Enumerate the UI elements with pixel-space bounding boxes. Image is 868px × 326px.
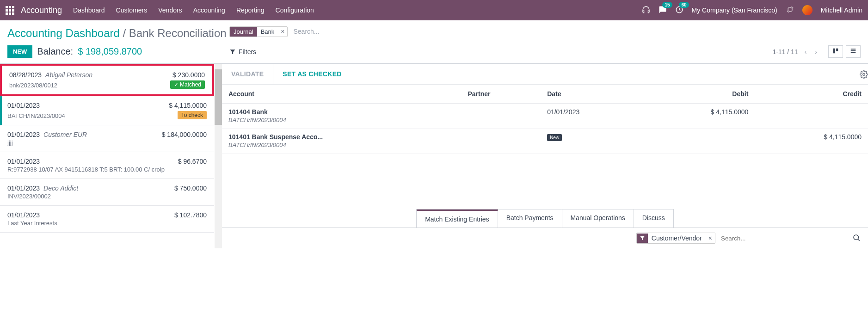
validate-button[interactable]: VALIDATE <box>222 64 273 84</box>
tab-manual-operations[interactable]: Manual Operations <box>562 209 634 228</box>
list-view-icon[interactable] <box>846 45 861 58</box>
funnel-icon <box>637 234 648 243</box>
messages-icon[interactable]: 15 <box>659 6 667 15</box>
reconcile-tabs: Match Existing Entries Batch Payments Ma… <box>416 209 674 228</box>
tx-ref: jjjj <box>7 139 13 146</box>
status-tag: To check <box>178 111 207 119</box>
search-facet: Journal Bank × <box>229 26 288 37</box>
bottom-facet-remove-icon[interactable]: × <box>706 234 715 242</box>
row-debit: $ 4,115.0000 <box>642 104 755 129</box>
facet-label: Journal <box>230 27 257 37</box>
tab-discuss[interactable]: Discuss <box>634 209 673 228</box>
row-date: 01/01/2023 <box>541 104 642 129</box>
breadcrumb-root[interactable]: Accounting Dashboard <box>7 27 120 39</box>
breadcrumb-sep: / <box>123 27 126 39</box>
svg-line-8 <box>858 239 859 240</box>
row-account: 101404 Bank <box>228 108 455 116</box>
new-button[interactable]: NEW <box>7 45 32 58</box>
search-icon[interactable] <box>852 234 861 243</box>
col-partner[interactable]: Partner <box>461 85 541 104</box>
tx-date: 01/01/2023 <box>7 102 40 109</box>
svg-rect-1 <box>833 49 835 54</box>
tx-amount: $ 230.0000 <box>172 71 205 79</box>
tx-amount: $ 750.0000 <box>174 185 207 192</box>
row-memo: BATCH/IN/2023/0004 <box>228 141 455 148</box>
transaction-list: 08/28/2023Abigail Peterson $ 230.0000 bn… <box>0 64 222 248</box>
funnel-icon <box>229 49 236 55</box>
tab-match-existing[interactable]: Match Existing Entries <box>417 209 498 228</box>
col-credit[interactable]: Credit <box>755 85 868 104</box>
tx-ref: Last Year Interests <box>7 220 57 227</box>
facet-value: Bank <box>257 27 278 37</box>
facet-remove-icon[interactable]: × <box>278 28 287 35</box>
set-as-checked-button[interactable]: SET AS CHECKED <box>273 64 351 84</box>
svg-rect-3 <box>851 49 856 49</box>
row-memo: BATCH/IN/2023/0004 <box>228 117 455 123</box>
tx-partner: Abigail Peterson <box>45 71 92 79</box>
kanban-view-icon[interactable] <box>828 45 843 58</box>
row-partner <box>461 129 541 154</box>
transaction-item[interactable]: 01/01/2023 $ 4,115.0000 BATCH/IN/2023/00… <box>0 96 214 125</box>
top-nav: Accounting Dashboard Customers Vendors A… <box>0 0 868 20</box>
messages-badge: 15 <box>662 2 672 8</box>
search-input[interactable] <box>291 26 861 37</box>
col-date[interactable]: Date <box>541 85 642 104</box>
bottom-search-input[interactable] <box>719 233 849 244</box>
filters-button[interactable]: Filters <box>229 48 256 55</box>
pager-prev-icon[interactable]: ‹ <box>803 48 809 55</box>
status-tag: Matched <box>170 80 205 89</box>
entries-table: Account Partner Date Debit Credit 101404… <box>222 85 868 154</box>
scrollbar[interactable] <box>215 64 222 248</box>
tx-amount: $ 102.7800 <box>174 211 207 219</box>
tx-date: 01/01/2023 <box>7 131 40 138</box>
transaction-item[interactable]: 01/01/2023 $ 102.7800 Last Year Interest… <box>0 206 214 233</box>
table-row[interactable]: 101404 BankBATCH/IN/2023/0004 01/01/2023… <box>222 104 868 129</box>
bottom-facet-value: Customer/Vendor <box>648 233 706 243</box>
tx-ref: BATCH/IN/2023/0004 <box>7 112 65 119</box>
row-debit <box>642 129 755 154</box>
tx-amount: $ 96.6700 <box>178 158 207 165</box>
col-account[interactable]: Account <box>222 85 461 104</box>
nav-configuration[interactable]: Configuration <box>276 6 314 14</box>
activities-icon[interactable]: 60 <box>675 6 683 15</box>
row-credit: $ 4,115.0000 <box>755 129 868 154</box>
tx-ref: INV/2023/00002 <box>7 193 51 200</box>
debug-icon[interactable] <box>786 6 794 15</box>
new-badge: New <box>547 134 562 141</box>
nav-dashboard[interactable]: Dashboard <box>73 6 105 14</box>
row-credit <box>755 104 868 129</box>
support-icon[interactable] <box>642 6 650 15</box>
nav-reporting[interactable]: Reporting <box>236 6 265 14</box>
transaction-item[interactable]: 01/01/2023Customer EUR $ 184,000.0000 jj… <box>0 125 214 152</box>
activities-badge: 60 <box>679 2 689 8</box>
tab-batch-payments[interactable]: Batch Payments <box>498 209 562 228</box>
transaction-item[interactable]: 08/28/2023Abigail Peterson $ 230.0000 bn… <box>0 64 214 96</box>
company-selector[interactable]: My Company (San Francisco) <box>692 6 777 14</box>
user-name[interactable]: Mitchell Admin <box>821 6 862 14</box>
nav-vendors[interactable]: Vendors <box>158 6 182 14</box>
svg-rect-4 <box>851 50 856 51</box>
tx-ref: R:9772938 10/07 AX 9415116318 T:5 BRT: 1… <box>7 166 165 173</box>
svg-point-7 <box>854 235 859 240</box>
gear-icon[interactable] <box>860 70 868 80</box>
transaction-item[interactable]: 01/01/2023 $ 96.6700 R:9772938 10/07 AX … <box>0 152 214 179</box>
tx-date: 01/01/2023 <box>7 185 40 192</box>
row-partner <box>461 104 541 129</box>
row-date: New <box>541 129 642 154</box>
table-row[interactable]: 101401 Bank Suspense Acco...BATCH/IN/202… <box>222 129 868 154</box>
nav-accounting[interactable]: Accounting <box>193 6 225 14</box>
avatar[interactable] <box>802 5 813 15</box>
breadcrumb-current: Bank Reconciliation <box>129 27 227 39</box>
pager-count: 1-11 / 11 <box>772 48 798 55</box>
nav-customers[interactable]: Customers <box>116 6 148 14</box>
col-debit[interactable]: Debit <box>642 85 755 104</box>
row-account: 101401 Bank Suspense Acco... <box>228 133 455 141</box>
apps-icon[interactable] <box>6 6 14 15</box>
transaction-item[interactable]: 01/01/2023Deco Addict $ 750.0000 INV/202… <box>0 179 214 206</box>
pager-next-icon[interactable]: › <box>813 48 819 55</box>
balance-label: Balance: <box>37 46 73 57</box>
balance-value: $ 198,059.8700 <box>78 46 142 57</box>
tx-partner: Customer EUR <box>43 131 87 138</box>
tx-amount: $ 184,000.0000 <box>162 131 207 138</box>
app-name: Accounting <box>21 6 62 15</box>
